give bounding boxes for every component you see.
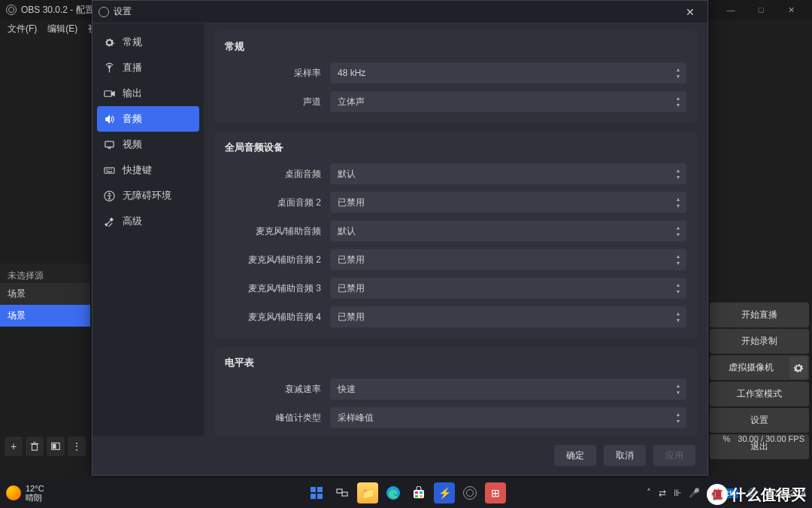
mic1-select[interactable]: 默认▲▼ xyxy=(330,221,686,242)
sidebar-label: 无障碍环境 xyxy=(123,189,171,202)
tray-network-icon[interactable]: ⇄ xyxy=(659,488,666,498)
delete-scene-button[interactable] xyxy=(26,437,44,456)
explorer-icon[interactable]: 📁 xyxy=(357,482,378,503)
tray-chevron-icon[interactable]: ˄ xyxy=(647,488,651,498)
select-value: 默认 xyxy=(338,168,356,181)
svg-rect-21 xyxy=(415,495,418,497)
svg-rect-7 xyxy=(105,141,113,147)
studio-mode-button[interactable]: 工作室模式 xyxy=(710,382,809,406)
peak-type-select[interactable]: 采样峰值▲▼ xyxy=(330,407,686,428)
speaker-icon xyxy=(103,113,115,125)
virtual-camera-button[interactable]: 虚拟摄像机 xyxy=(710,355,809,380)
settings-content[interactable]: 常规 采样率 48 kHz ▲▼ 声道 立体声 ▲▼ xyxy=(204,23,707,436)
scene-filter-button[interactable] xyxy=(47,437,65,456)
scene-item[interactable]: 场景 xyxy=(0,305,90,327)
menu-edit[interactable]: 编辑(E) xyxy=(47,23,77,35)
channels-label: 声道 xyxy=(225,96,330,108)
weather-widget[interactable]: 12°C 晴朗 xyxy=(6,484,44,502)
taskbar[interactable]: 12°C 晴朗 📁 ⚡ ⊞ ˄ ⇄ ⊪ 🎤 英 ctu 🔊 2023/12/24 xyxy=(0,478,812,508)
sidebar-label: 输出 xyxy=(123,87,142,100)
tray-eq-icon[interactable]: ⊪ xyxy=(674,488,681,498)
virtual-camera-label: 虚拟摄像机 xyxy=(729,362,774,373)
dialog-footer: 确定 取消 应用 xyxy=(92,436,707,475)
decay-rate-select[interactable]: 快速▲▼ xyxy=(330,379,686,400)
mic2-label: 麦克风/辅助音频 2 xyxy=(225,254,330,266)
scene-more-button[interactable]: ⋮ xyxy=(68,437,86,456)
select-value: 默认 xyxy=(338,225,356,238)
peak-type-label: 峰值计类型 xyxy=(225,412,330,424)
task-view-button[interactable] xyxy=(332,482,353,503)
dialog-title: 设置 xyxy=(114,5,132,18)
svg-rect-12 xyxy=(317,487,323,492)
sidebar-item-hotkeys[interactable]: 快捷键 xyxy=(92,157,204,183)
antenna-icon xyxy=(103,62,115,74)
sample-rate-select[interactable]: 48 kHz ▲▼ xyxy=(330,62,686,84)
mic1-label: 麦克风/辅助音频 xyxy=(225,225,330,238)
add-scene-button[interactable]: + xyxy=(5,437,23,456)
start-button[interactable] xyxy=(306,482,327,503)
store-icon[interactable] xyxy=(408,482,429,503)
start-stream-button[interactable]: 开始直播 xyxy=(710,303,809,327)
app-icon-2[interactable]: ⊞ xyxy=(485,482,506,503)
sidebar-item-output[interactable]: 输出 xyxy=(92,81,204,106)
app-icon-1[interactable]: ⚡ xyxy=(434,482,455,503)
section-general: 常规 采样率 48 kHz ▲▼ 声道 立体声 ▲▼ xyxy=(214,31,697,123)
sidebar-label: 快捷键 xyxy=(123,163,152,177)
tray-mic-icon[interactable]: 🎤 xyxy=(689,488,700,498)
section-global-devices: 全局音频设备 桌面音频 默认▲▼ 桌面音频 2 已禁用▲▼ 麦克风/辅助音频 默… xyxy=(214,132,697,338)
settings-sidebar: 常规 直播 输出 音频 视频 快捷键 xyxy=(92,23,204,436)
accessibility-icon xyxy=(103,190,115,202)
sidebar-label: 常规 xyxy=(123,35,142,49)
svg-rect-22 xyxy=(420,495,423,497)
channels-select[interactable]: 立体声 ▲▼ xyxy=(330,91,686,112)
svg-rect-13 xyxy=(311,494,316,499)
svg-rect-16 xyxy=(342,492,347,496)
source-unselected: 未选择源 xyxy=(0,263,90,283)
mic4-select[interactable]: 已禁用▲▼ xyxy=(330,306,686,327)
menu-file[interactable]: 文件(F) xyxy=(8,23,37,35)
scenes-header: 场景 xyxy=(0,283,90,305)
tools-icon xyxy=(103,215,115,227)
section-meters: 电平表 衰减速率 快速▲▼ 峰值计类型 采样峰值▲▼ xyxy=(214,347,697,436)
desktop-audio-label: 桌面音频 xyxy=(225,168,330,181)
fps-counter: 30.00 / 30.00 FPS xyxy=(738,434,804,443)
desktop-audio2-select[interactable]: 已禁用▲▼ xyxy=(330,192,686,213)
sidebar-item-stream[interactable]: 直播 xyxy=(92,55,204,81)
dialog-close-button[interactable]: ✕ xyxy=(679,1,701,23)
desktop-audio2-label: 桌面音频 2 xyxy=(225,196,330,209)
mic2-select[interactable]: 已禁用▲▼ xyxy=(330,249,686,270)
select-value: 采样峰值 xyxy=(338,412,374,424)
mic3-select[interactable]: 已禁用▲▼ xyxy=(330,278,686,299)
decay-rate-label: 衰减速率 xyxy=(225,383,330,396)
record-icon xyxy=(103,87,115,99)
desktop-audio-select[interactable]: 默认▲▼ xyxy=(330,163,686,184)
maximize-button[interactable]: □ xyxy=(746,0,776,20)
sidebar-item-accessibility[interactable]: 无障碍环境 xyxy=(92,183,204,208)
svg-point-10 xyxy=(108,193,110,194)
start-record-button[interactable]: 开始录制 xyxy=(710,329,809,354)
sidebar-item-audio[interactable]: 音频 xyxy=(97,106,199,132)
select-value: 立体声 xyxy=(338,96,365,108)
watermark-icon: 值 xyxy=(707,484,728,505)
statusbar: % 30.00 / 30.00 FPS xyxy=(716,430,812,448)
select-value: 48 kHz xyxy=(338,68,365,78)
sidebar-item-video[interactable]: 视频 xyxy=(92,132,204,157)
select-value: 已禁用 xyxy=(338,282,365,295)
sidebar-item-general[interactable]: 常规 xyxy=(92,29,204,55)
svg-rect-11 xyxy=(311,487,316,492)
cancel-button[interactable]: 取消 xyxy=(604,445,646,466)
obs-taskbar-icon[interactable] xyxy=(459,482,480,503)
keyboard-icon xyxy=(103,164,115,176)
close-button[interactable]: ✕ xyxy=(776,0,806,20)
sidebar-label: 高级 xyxy=(123,214,142,228)
section-title: 电平表 xyxy=(225,356,686,370)
virtual-camera-settings-button[interactable] xyxy=(789,357,807,379)
apply-button[interactable]: 应用 xyxy=(653,445,695,466)
edge-icon[interactable] xyxy=(383,482,404,503)
svg-rect-20 xyxy=(420,491,423,494)
sidebar-label: 音频 xyxy=(123,112,142,126)
ok-button[interactable]: 确定 xyxy=(554,445,596,466)
mic3-label: 麦克风/辅助音频 3 xyxy=(225,282,330,295)
minimize-button[interactable]: — xyxy=(716,0,746,20)
sidebar-item-advanced[interactable]: 高级 xyxy=(92,208,204,234)
